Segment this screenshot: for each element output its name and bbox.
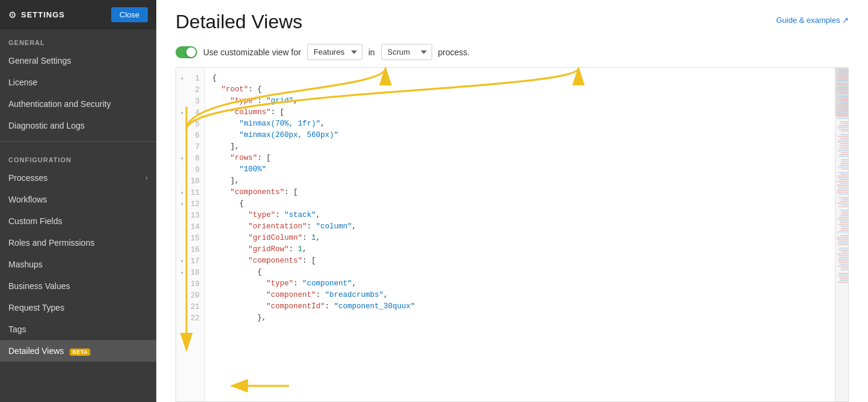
- minimap-line: [838, 127, 848, 128]
- code-line: "orientation": "column",: [212, 221, 828, 233]
- sidebar-item-diagnostic-logs[interactable]: Diagnostic and Logs: [0, 115, 156, 136]
- code-string: "column": [316, 221, 352, 233]
- process-select[interactable]: Scrum Kanban SAFe Custom: [381, 44, 432, 60]
- guide-link[interactable]: Guide & examples ↗: [776, 16, 849, 25]
- minimap-line: [839, 193, 848, 195]
- line-num-row: 21: [180, 301, 204, 312]
- minimap-line: [837, 141, 848, 142]
- sidebar-item-tags[interactable]: Tags: [0, 318, 156, 340]
- sidebar-item-custom-fields[interactable]: Custom Fields: [0, 210, 156, 232]
- sidebar-item-label: License: [8, 78, 37, 87]
- main-content: Detailed Views Guide & examples ↗ Use cu…: [156, 0, 868, 402]
- minimap-line: [841, 152, 848, 153]
- minimap-line: [838, 255, 848, 256]
- minimap-line: [837, 136, 848, 137]
- line-num-row: 13: [180, 210, 204, 221]
- sidebar-item-request-types[interactable]: Request Types: [0, 297, 156, 318]
- line-num-row: ▾8: [180, 153, 204, 164]
- minimap-line: [837, 116, 848, 117]
- sidebar-item-business-values[interactable]: Business Values: [0, 275, 156, 297]
- minimap-line: [838, 282, 848, 283]
- line-num: 14: [189, 223, 200, 231]
- minimap-line: [838, 260, 848, 261]
- minimap-line: [839, 249, 848, 251]
- fold-icon[interactable]: ▾: [180, 109, 186, 117]
- customizable-view-toggle[interactable]: [176, 46, 197, 58]
- code-string: "minmax(260px, 560px)": [239, 130, 338, 141]
- sidebar-title: SETTINGS: [21, 10, 65, 19]
- sidebar-item-mashups[interactable]: Mashups: [0, 254, 156, 275]
- minimap-line: [838, 73, 848, 74]
- sidebar-divider: [0, 141, 156, 142]
- code-line: {: [212, 73, 828, 84]
- line-num-row: ▾1: [180, 73, 204, 84]
- sidebar-item-label: Roles and Permissions: [8, 238, 94, 248]
- sidebar-item-license[interactable]: License: [0, 72, 156, 93]
- minimap-line: [838, 114, 848, 115]
- sidebar-item-general-settings[interactable]: General Settings: [0, 50, 156, 72]
- code-key: "type": [230, 96, 257, 107]
- line-num: 8: [189, 154, 200, 163]
- fold-icon[interactable]: ▾: [180, 269, 186, 276]
- code-string: "minmax(70%, 1fr)": [239, 118, 320, 130]
- fold-icon[interactable]: ▾: [180, 258, 186, 265]
- code-editor[interactable]: ▾123▾4567▾8910▾11▾1213141516▾17▾18192021…: [176, 67, 849, 402]
- code-key: "type": [248, 210, 275, 221]
- minimap-line: [840, 284, 848, 285]
- code-content[interactable]: { "root": { "type": "grid", "columns": […: [205, 68, 835, 401]
- code-punc: ,: [316, 210, 321, 221]
- gear-icon: ⚙: [8, 10, 16, 20]
- minimap-line: [838, 105, 848, 106]
- code-key: "orientation": [248, 221, 307, 233]
- minimap-line: [838, 266, 848, 267]
- minimap-line: [837, 231, 848, 233]
- code-punc: :: [307, 221, 316, 233]
- minimap-line: [839, 89, 848, 90]
- code-line: },: [212, 312, 828, 324]
- code-key: "gridColumn": [248, 233, 302, 244]
- line-num-row: 16: [180, 244, 204, 255]
- minimap-line: [837, 76, 848, 78]
- code-punc: : [: [302, 255, 316, 267]
- fold-icon[interactable]: ▾: [180, 201, 186, 208]
- line-num-row: 20: [180, 290, 204, 301]
- line-num-row: 5: [180, 118, 204, 130]
- line-num: 19: [189, 280, 200, 288]
- fold-icon[interactable]: ▾: [180, 189, 186, 196]
- minimap-line: [841, 267, 848, 269]
- sidebar-item-label: Mashups: [8, 260, 43, 269]
- code-line: "gridColumn": 1,: [212, 233, 828, 244]
- minimap-line: [837, 253, 848, 254]
- sidebar-item-processes[interactable]: Processes ›: [0, 167, 156, 189]
- line-num-row: 2: [180, 84, 204, 96]
- sidebar-item-auth-security[interactable]: Authentication and Security: [0, 93, 156, 115]
- minimap-line: [841, 204, 848, 206]
- code-line: ],: [212, 141, 828, 153]
- code-string: "stack": [284, 210, 316, 221]
- line-num: 16: [189, 246, 200, 254]
- sidebar-item-workflows[interactable]: Workflows: [0, 189, 156, 210]
- code-key: "type": [266, 278, 293, 290]
- close-button[interactable]: Close: [111, 7, 148, 22]
- view-type-select[interactable]: Features Epics Stories Tasks: [307, 44, 362, 60]
- line-num: 2: [189, 86, 200, 94]
- code-string: "component": [302, 278, 352, 290]
- minimap-line: [839, 125, 848, 126]
- line-num: 18: [189, 269, 200, 277]
- configuration-section-label: CONFIGURATION: [0, 147, 156, 167]
- line-num-row: ▾17: [180, 255, 204, 267]
- sidebar-item-detailed-views[interactable]: Detailed Views BETA: [0, 340, 156, 362]
- fold-icon[interactable]: ▾: [180, 75, 186, 82]
- code-line: "minmax(70%, 1fr)",: [212, 118, 828, 130]
- minimap-line: [837, 175, 848, 177]
- minimap-line: [841, 168, 848, 169]
- toggle-label-suffix: process.: [438, 47, 470, 57]
- minimap-line: [840, 154, 848, 155]
- line-num-row: 7: [180, 141, 204, 153]
- sidebar-item-roles-permissions[interactable]: Roles and Permissions: [0, 232, 156, 254]
- minimap-line: [837, 239, 848, 240]
- minimap-line: [838, 258, 848, 260]
- fold-icon[interactable]: ▾: [180, 155, 186, 162]
- code-key: "rows": [230, 153, 257, 164]
- code-punc: : [: [271, 107, 285, 118]
